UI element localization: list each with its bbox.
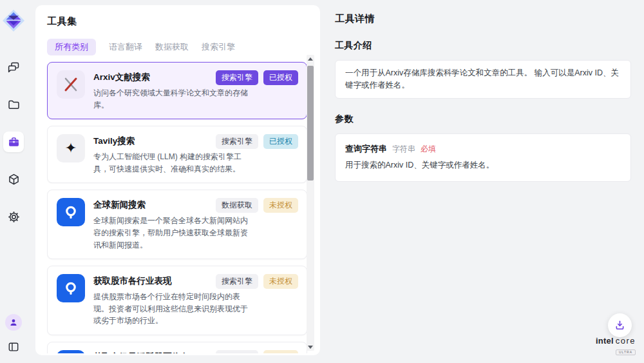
category-tabs: 所有类别 语言翻译 数据获取 搜索引擎 (47, 39, 320, 55)
category-badge: 搜索引擎 (216, 70, 258, 85)
category-badge: 数据获取 (216, 198, 258, 213)
folder-nav-icon[interactable] (3, 94, 24, 115)
status-badge: 已授权 (263, 70, 298, 85)
status-badge: 未授权 (263, 198, 298, 213)
juhe-search-icon (57, 350, 85, 353)
tab-language-translation[interactable]: 语言翻译 (109, 39, 142, 55)
status-badge: 已授权 (263, 134, 298, 149)
app-logo-icon (2, 9, 25, 32)
tab-data-fetch[interactable]: 数据获取 (155, 39, 189, 55)
tool-description: 访问各个研究领域大量科学论文和文章的存储库。 (93, 87, 249, 111)
tab-search-engine[interactable]: 搜索引擎 (202, 39, 235, 55)
user-avatar[interactable] (5, 314, 22, 331)
intel-core-logo: intelcore ultra (596, 337, 636, 355)
rail-nav (3, 57, 24, 227)
status-badge: 未授权 (263, 274, 298, 289)
tool-list: Arxiv文献搜索 访问各个研究领域大量科学论文和文章的存储库。 搜索引擎 已授… (47, 62, 307, 353)
tool-card-tavily[interactable]: ✦ Tavily搜索 专为人工智能代理 (LLM) 构建的搜索引擎工具，可快速提… (47, 126, 307, 183)
tool-card-sector-performance[interactable]: 获取股市各行业表现 提供股票市场各个行业在特定时间段内的表现。投资者可以利用这些… (47, 266, 307, 335)
collapse-panel-icon[interactable] (5, 338, 22, 355)
download-button[interactable] (608, 313, 632, 337)
scrollbar-down-arrow-icon[interactable] (307, 343, 314, 351)
brand-core-text: core (616, 336, 636, 346)
tool-description: 全球新闻搜索是一个聚合全球各大新闻网站内容的搜索引擎，帮助用户快速获取全球最新资… (93, 215, 249, 251)
tool-description: 专为人工智能代理 (LLM) 构建的搜索引擎工具，可快速提供实时、准确和真实的结… (93, 151, 249, 175)
tool-card-most-active-stocks[interactable]: 获取市场最活跃股票信息 提供当天交易量最高的股票列表，投资者可以利用这些信息来识… (47, 342, 307, 353)
param-header: 查询字符串 字符串 必填 (345, 141, 621, 155)
details-title: 工具详情 (335, 13, 631, 25)
param-description: 用于搜索的Arxiv ID、关键字或作者姓名。 (345, 160, 621, 175)
tool-details-panel: 工具详情 工具介绍 一个用于从Arxiv存储库搜索科学论文和文章的工具。 输入可… (335, 13, 631, 182)
category-badge: 搜索引擎 (216, 350, 258, 353)
tavily-star-icon: ✦ (57, 134, 85, 162)
toolbox-nav-icon[interactable] (3, 132, 24, 152)
download-icon (614, 319, 626, 331)
intro-heading: 工具介绍 (335, 40, 631, 52)
category-badge: 搜索引擎 (216, 274, 258, 289)
cube-nav-icon[interactable] (3, 169, 24, 190)
tools-panel: 工具集 所有类别 语言翻译 数据获取 搜索引擎 Arxiv文献搜索 访问各个研究… (35, 5, 320, 355)
brand-ultra-badge: ultra (616, 349, 636, 355)
juhe-search-icon (57, 274, 85, 302)
brand-intel-text: intel (596, 336, 614, 346)
scrollbar-up-arrow-icon[interactable] (307, 55, 314, 63)
scrollbar-thumb[interactable] (307, 66, 314, 181)
settings-gear-icon[interactable] (3, 206, 24, 227)
tool-card-arxiv[interactable]: Arxiv文献搜索 访问各个研究领域大量科学论文和文章的存储库。 搜索引擎 已授… (47, 62, 307, 119)
status-badge: 未授权 (263, 350, 298, 353)
param-box: 查询字符串 字符串 必填 用于搜索的Arxiv ID、关键字或作者姓名。 (335, 133, 631, 182)
params-heading: 参数 (335, 113, 631, 125)
arxiv-icon (57, 70, 85, 99)
param-required-label: 必填 (421, 144, 436, 155)
tool-description: 提供股票市场各个行业在特定时间段内的表现。投资者可以利用这些信息来识别表现优于或… (93, 291, 249, 327)
intro-box: 一个用于从Arxiv存储库搜索科学论文和文章的工具。 输入可以是Arxiv ID… (335, 60, 631, 99)
tools-panel-title: 工具集 (47, 15, 320, 28)
param-name: 查询字符串 (345, 143, 387, 155)
category-badge: 搜索引擎 (216, 134, 258, 149)
list-scrollbar[interactable] (307, 55, 314, 351)
tab-all-categories[interactable]: 所有类别 (47, 39, 96, 55)
tool-card-global-news[interactable]: 全球新闻搜索 全球新闻搜索是一个聚合全球各大新闻网站内容的搜索引擎，帮助用户快速… (47, 190, 307, 259)
chat-nav-icon[interactable] (3, 57, 24, 77)
left-icon-rail (0, 0, 27, 363)
juhe-search-icon (57, 198, 85, 226)
rail-bottom (0, 314, 27, 355)
param-type: 字符串 (392, 144, 415, 155)
intro-text: 一个用于从Arxiv存储库搜索科学论文和文章的工具。 输入可以是Arxiv ID… (345, 67, 621, 92)
